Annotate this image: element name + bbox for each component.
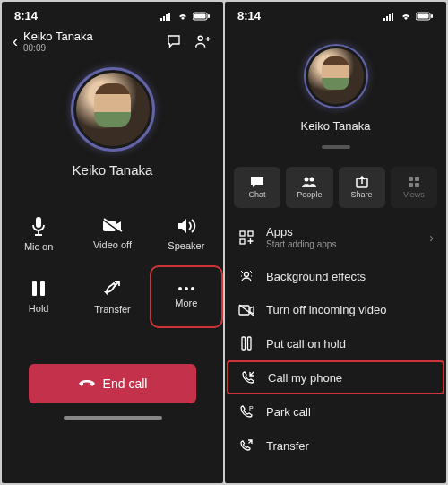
svg-rect-13 bbox=[40, 281, 45, 296]
menu-transfer[interactable]: Transfer bbox=[225, 429, 446, 463]
svg-point-25 bbox=[310, 178, 314, 182]
share-button[interactable]: Share bbox=[339, 167, 385, 208]
controls-grid: Mic on Video off Speaker Hold Transfer M… bbox=[2, 195, 223, 328]
menu-turn-off-incoming-video[interactable]: Turn off incoming video bbox=[225, 293, 446, 326]
back-icon[interactable]: ‹ bbox=[13, 32, 18, 51]
svg-rect-37 bbox=[242, 337, 246, 350]
wifi-icon bbox=[177, 12, 189, 21]
views-button[interactable]: Views bbox=[391, 167, 437, 208]
actions-row: Chat People Share Views bbox=[225, 158, 446, 213]
menu-incoming-label: Turn off incoming video bbox=[266, 303, 386, 316]
svg-rect-2 bbox=[166, 14, 168, 21]
svg-rect-23 bbox=[431, 14, 433, 18]
participant-name: Keiko Tanaka bbox=[73, 162, 153, 178]
signal-icon bbox=[383, 12, 396, 21]
end-call-label: End call bbox=[103, 377, 148, 391]
speaker-button[interactable]: Speaker bbox=[150, 203, 223, 265]
svg-rect-18 bbox=[386, 16, 388, 21]
share-label: Share bbox=[351, 190, 373, 199]
avatar-section: Keiko Tanaka bbox=[2, 67, 223, 178]
chat-button[interactable]: Chat bbox=[234, 167, 280, 208]
people-label: People bbox=[297, 190, 322, 199]
more-menu: Apps Start adding apps › Background effe… bbox=[225, 213, 446, 464]
chat-label: Chat bbox=[249, 190, 266, 199]
svg-rect-8 bbox=[36, 217, 41, 228]
svg-rect-0 bbox=[160, 18, 162, 21]
svg-rect-30 bbox=[415, 183, 419, 187]
battery-icon bbox=[416, 12, 434, 21]
clock: 8:14 bbox=[14, 9, 38, 22]
menu-park-call[interactable]: P Park call bbox=[225, 394, 446, 429]
call-header: ‹ Keiko Tanaka 00:09 bbox=[2, 24, 223, 62]
hold-icon bbox=[240, 336, 253, 351]
call-my-phone-icon bbox=[241, 370, 255, 385]
svg-point-34 bbox=[245, 273, 249, 277]
avatar bbox=[308, 48, 364, 104]
svg-rect-31 bbox=[240, 231, 245, 236]
apps-icon bbox=[239, 230, 254, 245]
more-button[interactable]: More bbox=[150, 265, 223, 328]
svg-rect-22 bbox=[418, 13, 429, 18]
avatar-ring bbox=[304, 44, 368, 108]
mic-on-icon bbox=[30, 216, 47, 236]
mic-button[interactable]: Mic on bbox=[2, 203, 75, 265]
incoming-video-off-icon bbox=[238, 304, 254, 316]
menu-background-effects[interactable]: Background effects bbox=[225, 259, 446, 293]
svg-rect-17 bbox=[383, 18, 385, 21]
avatar-ring bbox=[71, 67, 155, 152]
status-bar: 8:14 bbox=[2, 2, 223, 24]
svg-rect-28 bbox=[415, 177, 419, 181]
more-label: More bbox=[175, 298, 197, 308]
participant-name: Keiko Tanaka bbox=[301, 119, 371, 133]
status-bar: 8:14 bbox=[225, 2, 446, 24]
hold-label: Hold bbox=[29, 303, 49, 314]
svg-rect-12 bbox=[32, 281, 37, 296]
svg-rect-20 bbox=[392, 13, 393, 21]
svg-rect-35 bbox=[239, 306, 249, 315]
video-button[interactable]: Video off bbox=[75, 203, 149, 265]
transfer-button[interactable]: Transfer bbox=[75, 265, 149, 328]
people-button[interactable]: People bbox=[286, 167, 332, 208]
menu-put-on-hold[interactable]: Put call on hold bbox=[225, 326, 446, 360]
chat-icon[interactable] bbox=[166, 33, 182, 49]
views-icon bbox=[408, 176, 420, 188]
people-icon bbox=[301, 176, 317, 188]
chat-icon bbox=[250, 176, 264, 188]
views-label: Views bbox=[403, 190, 425, 199]
svg-rect-33 bbox=[240, 239, 245, 244]
hold-button[interactable]: Hold bbox=[2, 265, 75, 328]
more-icon bbox=[177, 285, 196, 292]
speaker-icon bbox=[177, 217, 196, 235]
menu-transfer-label: Transfer bbox=[266, 439, 309, 453]
svg-rect-27 bbox=[409, 177, 413, 181]
end-call-button[interactable]: End call bbox=[29, 364, 196, 403]
menu-apps-label: Apps bbox=[266, 225, 336, 238]
svg-rect-19 bbox=[389, 14, 391, 21]
drag-handle[interactable] bbox=[322, 145, 350, 149]
svg-rect-29 bbox=[409, 183, 413, 187]
header-duration: 00:09 bbox=[23, 43, 93, 53]
svg-rect-38 bbox=[248, 337, 252, 350]
svg-rect-1 bbox=[163, 16, 165, 21]
menu-apps[interactable]: Apps Start adding apps › bbox=[225, 215, 446, 259]
svg-point-16 bbox=[191, 287, 194, 290]
menu-bg-label: Background effects bbox=[266, 270, 366, 283]
menu-call-my-phone[interactable]: Call my phone bbox=[227, 360, 444, 394]
video-label: Video off bbox=[93, 239, 132, 250]
share-icon bbox=[356, 176, 368, 188]
menu-park-label: Park call bbox=[266, 405, 311, 419]
hold-icon bbox=[30, 280, 47, 298]
svg-point-15 bbox=[185, 287, 188, 290]
menu-callmyphone-label: Call my phone bbox=[268, 371, 342, 385]
menu-hold-label: Put call on hold bbox=[266, 337, 346, 351]
people-add-icon[interactable] bbox=[194, 33, 212, 49]
status-icons bbox=[383, 12, 434, 21]
hangup-icon bbox=[78, 378, 96, 389]
speaker-label: Speaker bbox=[168, 240, 204, 251]
clock: 8:14 bbox=[237, 9, 261, 22]
svg-point-24 bbox=[305, 178, 309, 182]
svg-line-36 bbox=[239, 305, 254, 316]
park-call-icon: P bbox=[239, 404, 254, 419]
chevron-right-icon: › bbox=[429, 230, 434, 245]
avatar bbox=[76, 73, 150, 146]
